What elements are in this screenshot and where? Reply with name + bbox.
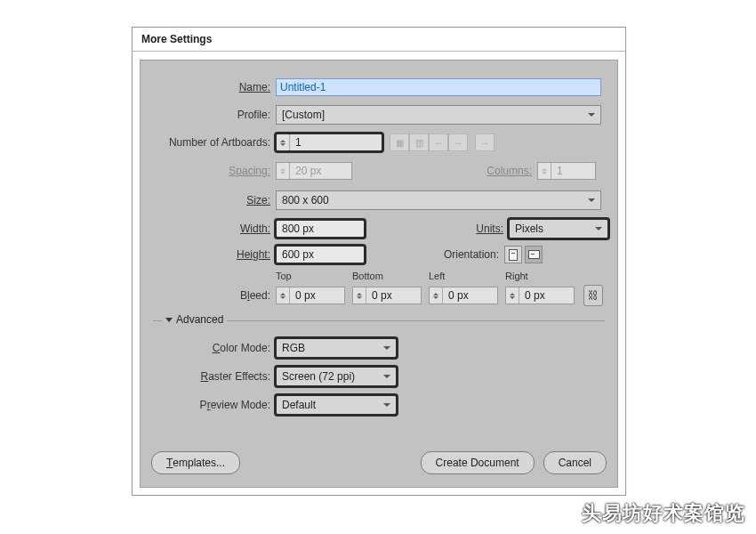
orientation-portrait-icon[interactable] [504, 246, 522, 263]
cancel-button[interactable]: Cancel [543, 451, 607, 474]
dialog-panel: Name: Profile: [Custom] Number of Artboa… [140, 60, 618, 488]
profile-label: Profile: [141, 109, 276, 121]
spinner-arrows-icon[interactable] [277, 134, 290, 150]
artboards-spinner[interactable]: 1 [276, 134, 382, 151]
units-dropdown[interactable]: Pixels [509, 219, 608, 239]
spinner-arrows-icon [538, 163, 551, 179]
bleed-top-label: Top [276, 271, 352, 281]
bleed-top-spinner[interactable]: 0 px [276, 287, 345, 304]
grid-by-col-icon[interactable]: ▥ [409, 134, 429, 151]
raster-effects-dropdown[interactable]: Screen (72 ppi) [276, 367, 397, 386]
templates-button[interactable]: Templates... [151, 451, 240, 474]
spacing-label: Spacing: [141, 165, 276, 177]
height-label: Height: [141, 248, 276, 261]
artboards-label: Number of Artboards: [141, 136, 276, 149]
arrange-left-icon[interactable]: ↔ [448, 134, 468, 151]
raster-effects-label: Raster Effects: [141, 370, 276, 383]
columns-label: Columns: [487, 165, 537, 177]
more-settings-dialog: More Settings Name: Profile: [Custom] Nu… [132, 27, 626, 496]
bleed-left-label: Left [429, 271, 505, 281]
advanced-toggle[interactable]: Advanced [162, 313, 227, 326]
bleed-label: Bleed: [141, 289, 276, 302]
name-label: Name: [141, 81, 276, 93]
columns-spinner: 1 [537, 162, 596, 180]
orientation-landscape-icon[interactable] [525, 246, 543, 263]
create-document-button[interactable]: Create Document [421, 451, 535, 474]
size-label: Size: [141, 194, 276, 206]
units-label: Units: [476, 222, 509, 235]
spinner-arrows-icon[interactable] [277, 287, 290, 303]
arrange-rtl-icon[interactable]: → [475, 134, 495, 151]
bleed-left-spinner[interactable]: 0 px [429, 287, 498, 304]
width-input[interactable]: 800 px [276, 220, 365, 238]
preview-mode-dropdown[interactable]: Default [276, 395, 397, 415]
width-label: Width: [141, 222, 276, 235]
link-bleed-icon[interactable]: ⛓ [583, 285, 603, 306]
spinner-arrows-icon[interactable] [506, 287, 519, 303]
bleed-bottom-label: Bottom [352, 271, 429, 281]
profile-dropdown[interactable]: [Custom] [276, 105, 601, 125]
dialog-title: More Settings [133, 28, 625, 52]
size-dropdown[interactable]: 800 x 600 [276, 190, 601, 210]
grid-by-row-icon[interactable]: ▦ [390, 134, 409, 151]
spacing-spinner: 20 px [276, 162, 352, 180]
preview-mode-label: Preview Mode: [141, 399, 276, 411]
bleed-bottom-spinner[interactable]: 0 px [352, 287, 422, 304]
arrange-right-icon[interactable]: ↔ [429, 134, 448, 151]
color-mode-dropdown[interactable]: RGB [276, 338, 397, 358]
disclosure-triangle-icon [165, 318, 173, 322]
color-mode-label: Color Mode: [141, 342, 276, 354]
bleed-right-spinner[interactable]: 0 px [505, 287, 575, 304]
name-input[interactable] [276, 78, 601, 96]
watermark-text: 头易坊好术案馆览 [582, 500, 745, 527]
spinner-arrows-icon[interactable] [430, 287, 443, 303]
spinner-arrows-icon[interactable] [353, 287, 366, 303]
height-input[interactable]: 600 px [276, 246, 365, 263]
orientation-label: Orientation: [444, 248, 504, 261]
bleed-right-label: Right [505, 271, 582, 281]
spinner-arrows-icon [277, 163, 290, 179]
